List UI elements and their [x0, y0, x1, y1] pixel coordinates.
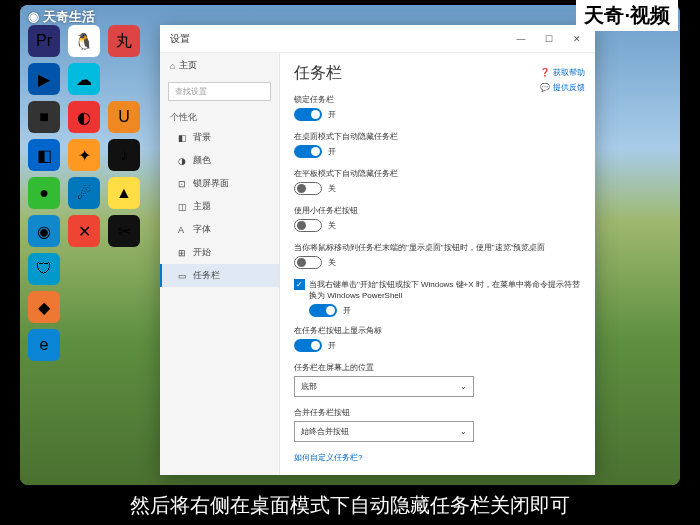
help-icon: ❓ — [540, 68, 550, 77]
setting-row-position: 任务栏在屏幕上的位置 底部⌄ — [294, 362, 581, 397]
setting-row-1: 在桌面模式下自动隐藏任务栏开 — [294, 131, 581, 158]
position-dropdown[interactable]: 底部⌄ — [294, 376, 474, 397]
setting-label: 在桌面模式下自动隐藏任务栏 — [294, 131, 581, 142]
get-help-link[interactable]: ❓获取帮助 — [540, 67, 585, 78]
desktop-icon[interactable] — [108, 291, 140, 323]
sidebar-group-label: 个性化 — [160, 105, 279, 126]
watermark-top-left: ◉ 天奇生活 — [28, 8, 95, 26]
toggle-switch[interactable] — [294, 182, 322, 195]
sidebar-icon: A — [178, 225, 188, 235]
sidebar-item-label: 任务栏 — [193, 269, 220, 282]
setting-label: 在任务栏按钮上显示角标 — [294, 325, 581, 336]
sidebar-item-1[interactable]: ◑颜色 — [160, 149, 279, 172]
settings-sidebar: ⌂主页 查找设置 个性化 ◧背景◑颜色⊡锁屏界面◫主题A字体⊞开始▭任务栏 — [160, 53, 280, 475]
desktop-icon[interactable] — [68, 291, 100, 323]
sidebar-item-label: 背景 — [193, 131, 211, 144]
feedback-icon: 💬 — [540, 83, 550, 92]
setting-label: 使用小任务栏按钮 — [294, 205, 581, 216]
setting-row-combine: 合并任务栏按钮 始终合并按钮⌄ — [294, 407, 581, 442]
sidebar-icon: ▭ — [178, 271, 188, 281]
section-title: 通知区域 — [294, 473, 581, 475]
desktop-icon[interactable]: ☄ — [68, 177, 100, 209]
toggle-switch[interactable] — [294, 219, 322, 232]
sidebar-item-0[interactable]: ◧背景 — [160, 126, 279, 149]
toggle-state: 关 — [328, 221, 336, 230]
desktop-icon[interactable]: ● — [28, 177, 60, 209]
toggle-switch[interactable] — [294, 145, 322, 158]
desktop-icon[interactable]: 🛡 — [28, 253, 60, 285]
desktop-icon[interactable]: ✦ — [68, 139, 100, 171]
desktop-icon[interactable]: ◐ — [68, 101, 100, 133]
desktop-icon[interactable]: ▶ — [28, 63, 60, 95]
window-title: 设置 — [164, 32, 190, 46]
toggle-state: 开 — [328, 147, 336, 156]
home-icon: ⌂ — [170, 61, 175, 71]
desktop-icon[interactable] — [68, 253, 100, 285]
sidebar-item-label: 开始 — [193, 246, 211, 259]
settings-content: ❓获取帮助 💬提供反馈 任务栏 锁定任务栏开在桌面模式下自动隐藏任务栏开在平板模… — [280, 53, 595, 475]
toggle-switch[interactable] — [294, 108, 322, 121]
sidebar-item-4[interactable]: A字体 — [160, 218, 279, 241]
desktop-icon[interactable]: 🐧 — [68, 25, 100, 57]
desktop-icon[interactable]: Pr — [28, 25, 60, 57]
right-help-links: ❓获取帮助 💬提供反馈 — [540, 67, 585, 97]
maximize-button[interactable]: ☐ — [535, 27, 563, 51]
toggle-state: 开 — [328, 341, 336, 350]
sidebar-item-label: 字体 — [193, 223, 211, 236]
sidebar-home[interactable]: ⌂主页 — [160, 53, 279, 78]
page-title: 任务栏 — [294, 63, 581, 84]
desktop-icon[interactable]: ■ — [28, 101, 60, 133]
customize-link[interactable]: 如何自定义任务栏? — [294, 452, 581, 463]
sidebar-icon: ⊞ — [178, 248, 188, 258]
sidebar-item-6[interactable]: ▭任务栏 — [160, 264, 279, 287]
toggle-switch[interactable] — [294, 256, 322, 269]
sidebar-icon: ◑ — [178, 156, 188, 166]
desktop-icon[interactable]: ◧ — [28, 139, 60, 171]
powershell-checkbox-row: ✓ 当我右键单击"开始"按钮或按下 Windows 键+X 时，在菜单中将命令提… — [294, 279, 581, 317]
sidebar-icon: ⊡ — [178, 179, 188, 189]
desktop-icon[interactable]: 丸 — [108, 25, 140, 57]
setting-row-0: 锁定任务栏开 — [294, 94, 581, 121]
combine-dropdown[interactable]: 始终合并按钮⌄ — [294, 421, 474, 442]
window-titlebar[interactable]: 设置 — ☐ ✕ — [160, 25, 595, 53]
desktop-icon[interactable]: ◆ — [28, 291, 60, 323]
desktop-icon[interactable]: ✕ — [68, 215, 100, 247]
sidebar-search-input[interactable]: 查找设置 — [168, 82, 271, 101]
monitor-frame: Pr 🐧 丸 ▶ ☁ ■ ◐ U ◧ ✦ ♪ ● ☄ ▲ ◉ ✕ ✂ 🛡 ◆ e… — [20, 5, 680, 485]
chevron-down-icon: ⌄ — [460, 427, 467, 436]
sidebar-item-2[interactable]: ⊡锁屏界面 — [160, 172, 279, 195]
toggle-state: 关 — [328, 184, 336, 193]
desktop-icon[interactable]: ▲ — [108, 177, 140, 209]
setting-row-3: 使用小任务栏按钮关 — [294, 205, 581, 232]
toggle-switch[interactable] — [294, 339, 322, 352]
desktop-icon[interactable]: ☁ — [68, 63, 100, 95]
setting-row-2: 在平板模式下自动隐藏任务栏关 — [294, 168, 581, 195]
desktop-icon[interactable]: ◉ — [28, 215, 60, 247]
checkbox[interactable]: ✓ — [294, 279, 305, 290]
feedback-link[interactable]: 💬提供反馈 — [540, 82, 585, 93]
setting-label: 当我右键单击"开始"按钮或按下 Windows 键+X 时，在菜单中将命令提示符… — [309, 279, 581, 301]
sidebar-item-5[interactable]: ⊞开始 — [160, 241, 279, 264]
desktop-icon[interactable]: ✂ — [108, 215, 140, 247]
sidebar-item-3[interactable]: ◫主题 — [160, 195, 279, 218]
settings-window: 设置 — ☐ ✕ ⌂主页 查找设置 个性化 ◧背景◑颜色⊡锁屏界面◫主题A字体⊞… — [160, 25, 595, 475]
setting-row-badges: 在任务栏按钮上显示角标 开 — [294, 325, 581, 352]
setting-row-4: 当你将鼠标移动到任务栏末端的"显示桌面"按钮时，使用"速览"预览桌面关 — [294, 242, 581, 269]
sidebar-item-label: 颜色 — [193, 154, 211, 167]
minimize-button[interactable]: — — [507, 27, 535, 51]
toggle-switch[interactable] — [309, 304, 337, 317]
chevron-down-icon: ⌄ — [460, 382, 467, 391]
desktop-icon[interactable] — [108, 253, 140, 285]
desktop-icon[interactable] — [108, 63, 140, 95]
watermark-top-right: 天奇·视频 — [576, 0, 678, 31]
setting-label: 在平板模式下自动隐藏任务栏 — [294, 168, 581, 179]
desktop-icon[interactable]: U — [108, 101, 140, 133]
desktop-icon[interactable]: ♪ — [108, 139, 140, 171]
toggle-state: 关 — [328, 258, 336, 267]
sidebar-icon: ◫ — [178, 202, 188, 212]
desktop-icon[interactable]: e — [28, 329, 60, 361]
toggle-state: 开 — [328, 110, 336, 119]
video-caption: 然后将右侧在桌面模式下自动隐藏任务栏关闭即可 — [0, 485, 700, 525]
desktop-icons-grid: Pr 🐧 丸 ▶ ☁ ■ ◐ U ◧ ✦ ♪ ● ☄ ▲ ◉ ✕ ✂ 🛡 ◆ e — [28, 25, 144, 361]
setting-label: 合并任务栏按钮 — [294, 407, 581, 418]
